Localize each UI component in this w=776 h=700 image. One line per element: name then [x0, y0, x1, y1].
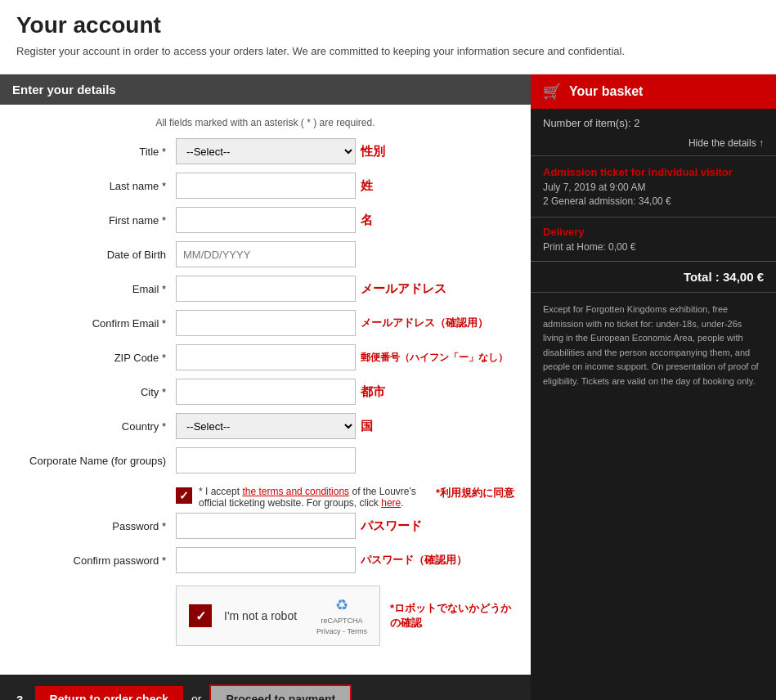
city-input[interactable]	[176, 379, 356, 405]
confirm-password-row: Confirm password * パスワード（確認用）	[16, 547, 514, 573]
confirm-password-label: Confirm password *	[16, 554, 176, 567]
return-button[interactable]: Return to order check	[35, 686, 183, 700]
required-note: All fields marked with an asterisk ( * )…	[16, 117, 514, 128]
email-row: Email * メールアドレス	[16, 276, 514, 302]
zip-hint: 郵便番号（ハイフン「ー」なし）	[361, 351, 508, 365]
proceed-button[interactable]: Proceed to payment	[209, 684, 352, 700]
recaptcha-row: ✓ I'm not a robot ♻ reCAPTCHA Privacy - …	[176, 586, 514, 646]
password-hint: パスワード	[361, 518, 422, 534]
zip-input[interactable]	[176, 344, 356, 370]
first-name-label: First name *	[16, 214, 176, 227]
terms-japanese: *利用規約に同意	[436, 486, 514, 500]
city-label: City *	[16, 386, 176, 398]
email-input[interactable]	[176, 276, 356, 302]
last-name-label: Last name *	[16, 180, 176, 192]
page-subtitle: Register your account in order to access…	[16, 45, 760, 57]
password-row: Password * パスワード	[16, 513, 514, 539]
confirm-password-input[interactable]	[176, 547, 356, 573]
terms-end: .	[401, 497, 403, 509]
recaptcha-box[interactable]: ✓ I'm not a robot ♻ reCAPTCHA Privacy - …	[176, 586, 380, 646]
country-hint: 国	[361, 419, 373, 434]
terms-link[interactable]: the terms and conditions	[242, 486, 349, 497]
email-label: Email *	[16, 283, 176, 295]
corporate-input[interactable]	[176, 447, 356, 473]
city-hint: 都市	[361, 384, 385, 400]
bottom-bar: 3. Return to order check or Proceed to p…	[0, 675, 531, 700]
recaptcha-privacy: Privacy	[316, 627, 341, 635]
page-title: Your account	[16, 12, 760, 38]
title-label: Title *	[16, 146, 176, 158]
country-select[interactable]: --Select--	[176, 413, 356, 439]
title-row: Title * --Select-- 性別	[16, 138, 514, 164]
section-title: Enter your details	[12, 83, 116, 96]
check-mark: ✓	[195, 608, 206, 624]
recaptcha-logo: ♻ reCAPTCHA Privacy - Terms	[316, 595, 367, 636]
terms-row: ✓ * I accept the terms and conditions of…	[176, 486, 514, 509]
country-label: Country *	[16, 420, 176, 433]
left-panel: Enter your details All fields marked wit…	[0, 74, 531, 700]
zip-label: ZIP Code *	[16, 352, 176, 364]
city-row: City * 都市	[16, 379, 514, 405]
recaptcha-brand: reCAPTCHA	[316, 616, 367, 626]
terms-checkbox[interactable]: ✓	[176, 487, 192, 504]
terms-here-link[interactable]: here	[381, 497, 401, 509]
zip-row: ZIP Code * 郵便番号（ハイフン「ー」なし）	[16, 344, 514, 370]
recaptcha-check-icon: ✓	[189, 604, 212, 627]
confirm-email-input[interactable]	[176, 310, 356, 336]
last-name-hint: 姓	[361, 178, 373, 194]
form-area: All fields marked with an asterisk ( * )…	[0, 105, 531, 675]
email-hint: メールアドレス	[361, 281, 446, 297]
corporate-row: Corporate Name (for groups)	[16, 447, 514, 473]
section-header: Enter your details	[0, 74, 531, 105]
basket-delivery: Delivery Print at Home: 0,00 €	[531, 217, 776, 261]
recaptcha-japanese: *ロボットでないかどうかの確認	[390, 601, 514, 630]
confirm-email-label: Confirm Email *	[16, 317, 176, 330]
or-text: or	[191, 693, 201, 700]
hide-details: Hide the details ↑	[531, 137, 776, 155]
item1-desc: 2 General admission: 34,00 €	[543, 195, 764, 207]
main-layout: Enter your details All fields marked wit…	[0, 74, 776, 700]
corporate-label: Corporate Name (for groups)	[16, 455, 176, 467]
right-panel: 🛒 Your basket Number of item(s): 2 Hide …	[531, 74, 776, 700]
basket-header: 🛒 Your basket	[531, 74, 776, 109]
title-select[interactable]: --Select--	[176, 138, 356, 164]
terms-text: * I accept the terms and conditions of t…	[199, 486, 424, 509]
country-row: Country * --Select-- 国	[16, 413, 514, 439]
dob-input[interactable]	[176, 241, 356, 267]
dob-row: Date of Birth	[16, 241, 514, 267]
page-header: Your account Register your account in or…	[0, 0, 776, 74]
recaptcha-icon: ♻	[316, 595, 367, 616]
dob-label: Date of Birth	[16, 249, 176, 261]
confirm-email-hint: メールアドレス（確認用）	[361, 316, 488, 330]
basket-total: Total : 34,00 €	[531, 261, 776, 292]
confirm-email-row: Confirm Email * メールアドレス（確認用）	[16, 310, 514, 336]
hide-details-link[interactable]: Hide the details ↑	[689, 137, 764, 149]
basket-info: Except for Forgotten Kingdoms exhibition…	[531, 292, 776, 399]
recaptcha-terms: Terms	[347, 627, 367, 635]
item1-date: July 7, 2019 at 9:00 AM	[543, 182, 764, 193]
first-name-hint: 名	[361, 213, 373, 228]
recaptcha-links: Privacy - Terms	[316, 626, 367, 637]
basket-count: Number of item(s): 2	[531, 109, 776, 137]
delivery-desc: Print at Home: 0,00 €	[543, 241, 764, 253]
last-name-row: Last name * 姓	[16, 173, 514, 199]
delivery-title: Delivery	[543, 226, 764, 238]
password-label: Password *	[16, 520, 176, 532]
confirm-password-hint: パスワード（確認用）	[361, 553, 467, 568]
check-icon: ✓	[179, 489, 189, 502]
last-name-input[interactable]	[176, 173, 356, 199]
first-name-input[interactable]	[176, 207, 356, 233]
basket-title: Your basket	[569, 84, 643, 99]
recaptcha-label: I'm not a robot	[224, 609, 304, 622]
item1-title: Admission ticket for individual visitor	[543, 166, 764, 178]
title-hint: 性別	[361, 144, 385, 159]
terms-before: * I accept	[199, 486, 242, 497]
password-input[interactable]	[176, 513, 356, 539]
basket-item-1: Admission ticket for individual visitor …	[531, 155, 776, 217]
cart-icon: 🛒	[543, 83, 561, 101]
step-number: 3.	[16, 693, 27, 701]
first-name-row: First name * 名	[16, 207, 514, 233]
